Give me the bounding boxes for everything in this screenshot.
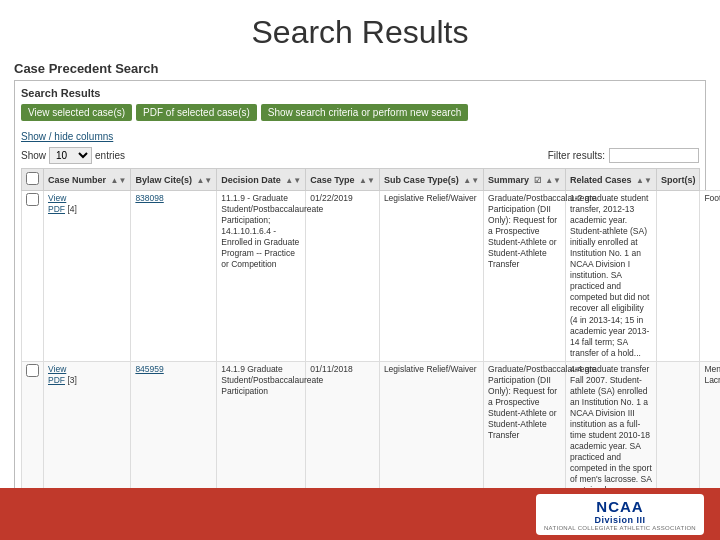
view-selected-button[interactable]: View selected case(s) <box>21 104 132 121</box>
toolbar: View selected case(s) PDF of selected ca… <box>21 104 699 121</box>
sort-arrow-case-number: ▲▼ <box>111 176 127 185</box>
entries-select[interactable]: 10 25 50 100 <box>49 147 92 164</box>
pdf-selected-button[interactable]: PDF of selected case(s) <box>136 104 257 121</box>
row1-view-link[interactable]: View <box>48 193 66 203</box>
row1-decision-date: 01/22/2019 <box>306 191 380 362</box>
results-label: Search Results <box>21 87 699 99</box>
sort-arrow-sub: ▲▼ <box>463 176 479 185</box>
row2-pdf-link[interactable]: PDF <box>48 375 65 385</box>
row2-pdf-count: [3] <box>67 375 76 385</box>
col-sub-case-type[interactable]: Sub Case Type(s) ▲▼ <box>379 169 483 191</box>
sort-arrow-type: ▲▼ <box>359 176 375 185</box>
sort-arrow-bylaw: ▲▼ <box>196 176 212 185</box>
footer-bar: NCAA Division III NATIONAL COLLEGIATE AT… <box>0 488 720 540</box>
sort-arrow-date: ▲▼ <box>285 176 301 185</box>
row2-view-link[interactable]: View <box>48 364 66 374</box>
entries-row: Show 10 25 50 100 entries Filter results… <box>21 147 699 164</box>
row1-case-number: 838098 <box>131 191 217 362</box>
filter-right: Filter results: <box>548 148 699 163</box>
col-sport[interactable]: Sport(s) <box>656 169 700 191</box>
row1-case-type: Legislative Relief/Waiver <box>379 191 483 362</box>
row1-pdf-link[interactable]: PDF <box>48 204 65 214</box>
filter-label: Filter results: <box>548 150 605 161</box>
sort-arrow-summary: ▲▼ <box>545 176 561 185</box>
col-checkbox <box>22 169 44 191</box>
col-related-cases[interactable]: Related Cases ▲▼ <box>566 169 657 191</box>
table-header-row: Case Number ▲▼ Bylaw Cite(s) ▲▼ Decision… <box>22 169 721 191</box>
ncaa-tagline: NATIONAL COLLEGIATE ATHLETIC ASSOCIATION <box>544 525 696 531</box>
results-table: Case Number ▲▼ Bylaw Cite(s) ▲▼ Decision… <box>21 168 720 540</box>
row1-sport: Football <box>700 191 720 362</box>
ncaa-text: NCAA <box>596 498 643 515</box>
ncaa-logo: NCAA Division III NATIONAL COLLEGIATE AT… <box>536 494 704 535</box>
row1-bylaw-cites: 11.1.9 - Graduate Student/Postbaccalaure… <box>217 191 306 362</box>
select-all-checkbox[interactable] <box>26 172 39 185</box>
table-row: View PDF [4] 838098 11.1.9 - Graduate St… <box>22 191 721 362</box>
col-case-number[interactable]: Case Number ▲▼ <box>44 169 131 191</box>
main-content: Case Precedent Search Search Results Vie… <box>0 61 720 540</box>
entries-unit: entries <box>95 150 125 161</box>
filter-input[interactable] <box>609 148 699 163</box>
search-results-box: Search Results View selected case(s) PDF… <box>14 80 706 540</box>
row1-checkbox-cell <box>22 191 44 362</box>
new-search-button[interactable]: Show search criteria or perform new sear… <box>261 104 468 121</box>
col-decision-date[interactable]: Decision Date ▲▼ <box>217 169 306 191</box>
section-title: Case Precedent Search <box>14 61 706 76</box>
row1-related-cases <box>656 191 700 362</box>
row2-case-number-link[interactable]: 845959 <box>135 364 163 374</box>
page-header: Search Results <box>0 0 720 61</box>
summary-checkbox-icon: ☑ <box>534 176 541 185</box>
row2-checkbox[interactable] <box>26 364 39 377</box>
row1-sub-case-type: Graduate/Postbaccalaureate Participation… <box>484 191 566 362</box>
row1-case-number-link[interactable]: 838098 <box>135 193 163 203</box>
row1-action-cell: View PDF [4] <box>44 191 131 362</box>
sort-arrow-related: ▲▼ <box>636 176 652 185</box>
show-label: Show <box>21 150 46 161</box>
row1-summary: 1-2 graduate student transfer, 2012-13 a… <box>566 191 657 362</box>
ncaa-division: Division III <box>594 515 645 525</box>
page-title: Search Results <box>0 14 720 51</box>
row1-checkbox[interactable] <box>26 193 39 206</box>
col-summary[interactable]: Summary ☑ ▲▼ <box>484 169 566 191</box>
entries-left: Show 10 25 50 100 entries <box>21 147 125 164</box>
col-bylaw-cites[interactable]: Bylaw Cite(s) ▲▼ <box>131 169 217 191</box>
col-case-type[interactable]: Case Type ▲▼ <box>306 169 380 191</box>
show-hide-columns-link[interactable]: Show / hide columns <box>21 131 113 142</box>
row1-pdf-count: [4] <box>67 204 76 214</box>
